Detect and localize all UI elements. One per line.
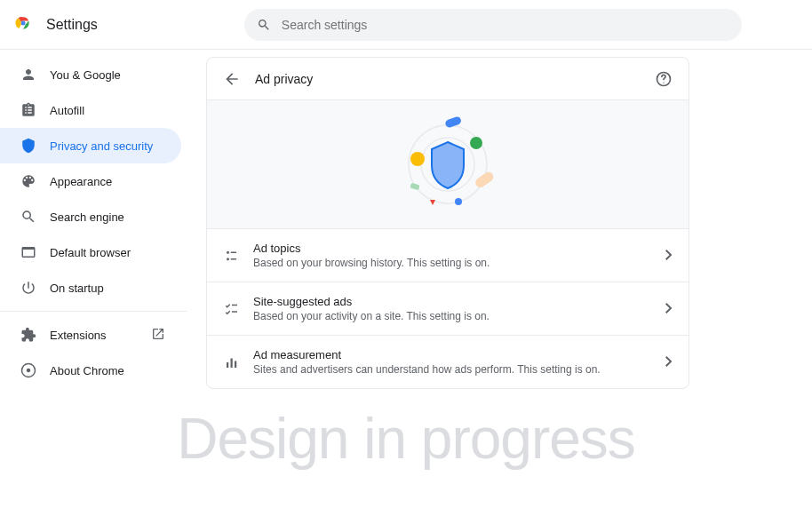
svg-point-9 xyxy=(455,198,462,205)
sidebar-item-autofill[interactable]: Autofill xyxy=(0,92,181,128)
row-site-suggested-ads[interactable]: Site-suggested ads Based on your activit… xyxy=(207,282,689,335)
settings-card: Ad privacy xyxy=(206,57,689,389)
svg-marker-13 xyxy=(430,200,435,205)
extension-icon xyxy=(20,327,37,343)
search-input[interactable] xyxy=(282,18,729,32)
sidebar-item-label: Appearance xyxy=(50,175,112,188)
app-title: Settings xyxy=(46,17,98,33)
sidebar-item-label: Extensions xyxy=(50,329,107,342)
chevron-right-icon xyxy=(665,248,673,264)
row-subtitle: Sites and advertisers can understand how… xyxy=(253,363,665,376)
chrome-logo-icon xyxy=(14,14,32,36)
row-title: Site-suggested ads xyxy=(253,295,665,308)
sidebar-item-appearance[interactable]: Appearance xyxy=(0,163,181,199)
sidebar-item-label: Privacy and security xyxy=(50,139,153,153)
svg-rect-12 xyxy=(410,183,419,190)
top-bar: Settings xyxy=(0,0,812,50)
sidebar-divider xyxy=(0,311,187,312)
sidebar-item-on-startup[interactable]: On startup xyxy=(0,270,181,306)
bar-chart-icon xyxy=(223,354,241,370)
sidebar-item-about-chrome[interactable]: About Chrome xyxy=(0,353,181,388)
row-subtitle: Based on your activity on a site. This s… xyxy=(253,310,665,322)
sidebar-item-label: Autofill xyxy=(50,104,84,117)
sidebar-item-label: On startup xyxy=(50,282,104,295)
sidebar-item-label: Default browser xyxy=(50,246,131,259)
shield-icon xyxy=(20,138,37,154)
back-button[interactable] xyxy=(218,65,246,93)
help-button[interactable] xyxy=(649,65,678,93)
svg-point-8 xyxy=(410,152,425,166)
row-ad-measurement[interactable]: Ad measurement Sites and advertisers can… xyxy=(207,335,689,388)
browser-icon xyxy=(20,244,37,260)
sidebar-item-label: Search engine xyxy=(50,210,124,224)
card-header: Ad privacy xyxy=(207,58,689,100)
row-title: Ad measurement xyxy=(253,348,665,361)
sidebar-item-extensions[interactable]: Extensions xyxy=(0,317,181,353)
sidebar-item-privacy-security[interactable]: Privacy and security xyxy=(0,128,181,163)
svg-rect-11 xyxy=(474,171,495,190)
palette-icon xyxy=(20,173,37,189)
content-area: Ad privacy xyxy=(187,50,812,516)
sidebar-item-default-browser[interactable]: Default browser xyxy=(0,234,181,270)
open-external-icon xyxy=(151,327,165,344)
topics-icon xyxy=(223,248,241,264)
svg-rect-15 xyxy=(231,251,237,253)
svg-point-14 xyxy=(227,250,229,253)
chrome-icon xyxy=(20,362,37,378)
svg-rect-21 xyxy=(231,358,233,368)
chevron-right-icon xyxy=(665,354,673,370)
svg-point-7 xyxy=(470,137,482,149)
row-title: Ad topics xyxy=(253,242,665,255)
search-icon xyxy=(257,18,271,32)
svg-rect-20 xyxy=(227,362,228,368)
sidebar-item-label: About Chrome xyxy=(50,364,124,377)
svg-rect-17 xyxy=(231,258,237,260)
svg-point-16 xyxy=(227,258,229,260)
sidebar-item-label: You & Google xyxy=(50,68,121,82)
chevron-right-icon xyxy=(665,301,673,317)
person-icon xyxy=(20,67,37,83)
svg-point-4 xyxy=(663,82,664,83)
search-icon xyxy=(20,209,37,225)
hero-illustration xyxy=(207,100,689,228)
row-ad-topics[interactable]: Ad topics Based on your browsing history… xyxy=(207,228,689,282)
svg-rect-22 xyxy=(235,361,236,368)
svg-point-2 xyxy=(27,369,31,373)
clipboard-icon xyxy=(20,102,37,118)
sidebar: You & Google Autofill Privacy and securi… xyxy=(0,50,187,516)
checklist-icon xyxy=(223,301,241,317)
sidebar-item-you-and-google[interactable]: You & Google xyxy=(0,57,181,92)
search-field[interactable] xyxy=(244,9,742,41)
power-icon xyxy=(20,280,37,296)
sidebar-item-search-engine[interactable]: Search engine xyxy=(0,199,181,234)
row-subtitle: Based on your browsing history. This set… xyxy=(253,257,665,269)
page-title: Ad privacy xyxy=(255,72,313,86)
